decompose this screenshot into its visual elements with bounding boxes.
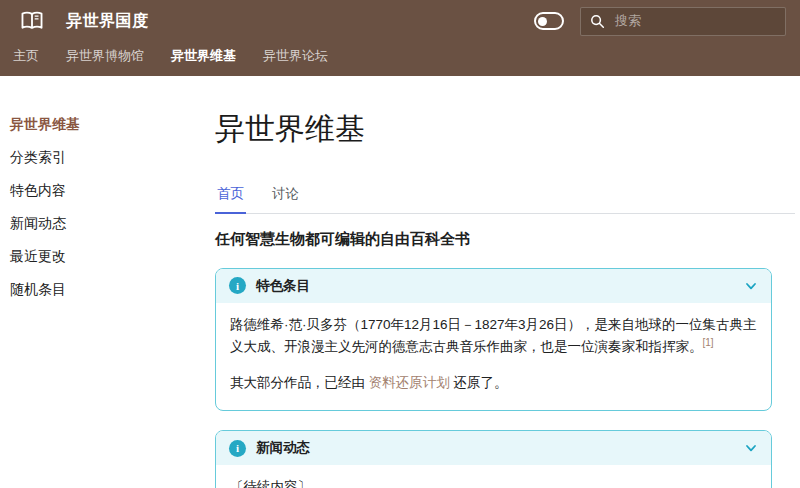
sidebar-item-featured-content[interactable]: 特色内容: [10, 178, 215, 204]
nav-item-forum[interactable]: 异世界论坛: [263, 47, 328, 65]
news-box: i 新闻动态 〔待续内容〕: [215, 430, 772, 488]
restoration-paragraph: 其大部分作品，已经由 资料还原计划 还原了。: [230, 372, 757, 395]
sidebar-item-recent-changes[interactable]: 最近更改: [10, 244, 215, 270]
sidebar-item-news[interactable]: 新闻动态: [10, 211, 215, 237]
news-placeholder-text: 〔待续内容〕: [230, 476, 757, 488]
page-tabs: 首页 讨论: [215, 179, 795, 214]
news-box-header[interactable]: i 新闻动态: [216, 431, 771, 465]
news-box-title: 新闻动态: [256, 439, 310, 457]
tab-discussion[interactable]: 讨论: [270, 179, 301, 214]
nav-item-museum[interactable]: 异世界博物馆: [66, 47, 144, 65]
wiki-tagline: 任何智慧生物都可编辑的自由百科全书: [215, 230, 795, 249]
nav-item-wiki[interactable]: 异世界维基: [171, 47, 236, 65]
reference-link[interactable]: [1]: [703, 337, 714, 348]
site-logo-book-icon[interactable]: [18, 7, 46, 35]
top-nav: 主页 异世界博物馆 异世界维基 异世界论坛: [0, 42, 800, 76]
info-icon: i: [229, 277, 246, 294]
news-box-body: 〔待续内容〕: [216, 465, 771, 488]
page-title: 异世界维基: [215, 112, 795, 147]
sidebar-item-category-index[interactable]: 分类索引: [10, 145, 215, 171]
search-icon: [590, 14, 605, 29]
chevron-down-icon[interactable]: [744, 279, 758, 293]
restoration-plan-link[interactable]: 资料还原计划: [369, 375, 450, 390]
tab-main-page[interactable]: 首页: [215, 179, 246, 214]
sidebar: 异世界维基 分类索引 特色内容 新闻动态 最近更改 随机条目: [0, 112, 215, 488]
top-header: 异世界国度 搜索 主页 异世界博物馆 异世界维基 异世界论坛: [0, 0, 800, 76]
theme-toggle-icon[interactable]: [534, 12, 564, 30]
featured-article-box-body: 路德维希·范·贝多芬（1770年12月16日－1827年3月26日），是来自地球…: [216, 303, 771, 411]
featured-article-box-header[interactable]: i 特色条目: [216, 269, 771, 303]
sidebar-item-random-article[interactable]: 随机条目: [10, 277, 215, 303]
featured-article-box-title: 特色条目: [256, 277, 310, 295]
sidebar-item-wiki[interactable]: 异世界维基: [10, 112, 215, 138]
featured-article-paragraph: 路德维希·范·贝多芬（1770年12月16日－1827年3月26日），是来自地球…: [230, 314, 757, 360]
chevron-down-icon[interactable]: [744, 441, 758, 455]
search-input[interactable]: 搜索: [615, 12, 641, 30]
nav-item-home[interactable]: 主页: [13, 47, 39, 65]
info-icon: i: [229, 440, 246, 457]
featured-article-box: i 特色条目 路德维希·范·贝多芬（1770年12月16日－1827年3月26日…: [215, 268, 772, 412]
site-title[interactable]: 异世界国度: [66, 11, 149, 32]
search-box[interactable]: 搜索: [580, 7, 786, 36]
main-content: 异世界维基 首页 讨论 任何智慧生物都可编辑的自由百科全书 i 特色条目 路德维…: [215, 112, 800, 488]
